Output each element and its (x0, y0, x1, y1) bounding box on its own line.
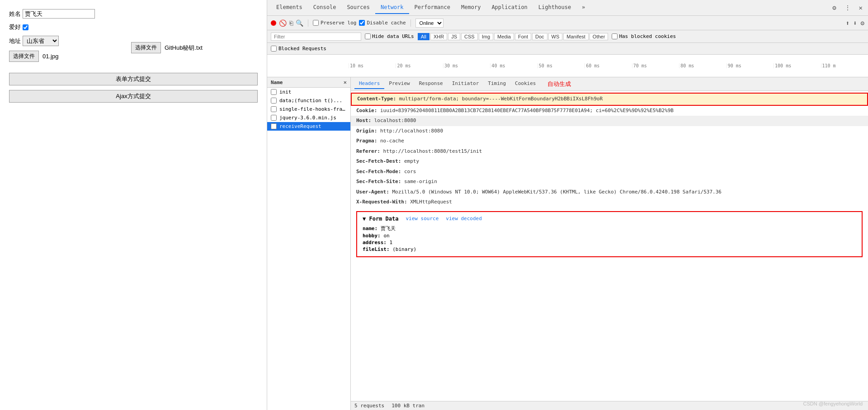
tl-10: 10 ms (349, 63, 396, 68)
hide-data-label[interactable]: Hide data URLs (365, 33, 414, 39)
tl-20: 20 ms (396, 63, 443, 68)
header-pragma: Pragma: no-cache (351, 136, 868, 146)
hide-data-checkbox[interactable] (365, 33, 371, 39)
close-icon[interactable]: ✕ (857, 3, 864, 12)
disable-cache-label[interactable]: Disable cache (359, 20, 406, 26)
view-decoded-link[interactable]: view decoded (446, 216, 481, 221)
throttle-select[interactable]: Online (415, 19, 443, 28)
record-icon[interactable] (271, 20, 276, 26)
fd-hobby: hobby: on (363, 232, 856, 239)
tl-90: 90 ms (726, 63, 774, 68)
request-item-receive[interactable]: receiveRequest (267, 122, 350, 131)
filter-xhr[interactable]: XHR (430, 33, 447, 40)
toolbar-right: ⬆ ⬇ ⚙ (846, 19, 864, 27)
export-icon[interactable]: ⬇ (853, 19, 857, 27)
hobby-checkbox[interactable] (23, 24, 28, 30)
request-item-jquery[interactable]: jquery-3.6.0.min.js (267, 113, 350, 122)
filter-all[interactable]: All (418, 33, 429, 40)
view-source-link[interactable]: view source (406, 216, 439, 221)
filter-img[interactable]: Img (479, 33, 493, 40)
subtab-cookies[interactable]: Cookies (510, 79, 540, 89)
more-icon[interactable]: ⋮ (843, 3, 853, 12)
submit-ajax-button[interactable]: Ajax方式提交 (9, 90, 258, 103)
tab-console[interactable]: Console (308, 1, 342, 14)
filter-css[interactable]: CSS (461, 33, 478, 40)
requests-list: init data;(function t()... single-file-h… (267, 88, 350, 410)
headers-content: Content-Type: multipart/form-data; bound… (351, 91, 868, 401)
tab-more[interactable]: » (576, 1, 590, 14)
tl-50: 50 ms (538, 63, 585, 68)
tl-70: 70 ms (632, 63, 679, 68)
file2-row: 选择文件 GitHub秘钥.txt (131, 42, 203, 53)
header-sec-dest: Sec-Fetch-Dest: empty (351, 156, 868, 167)
submit-form-button[interactable]: 表单方式提交 (9, 73, 258, 85)
preserve-log-label[interactable]: Preserve log (313, 20, 356, 26)
sub-tabs: Headers Preview Response Initiator Timin… (351, 77, 868, 91)
request-item-data[interactable]: data;(function t()... (267, 96, 350, 105)
filter-icon[interactable]: ⎗ (289, 19, 293, 27)
blocked-checkbox[interactable] (271, 46, 277, 52)
timeline-area: 10 ms 20 ms 30 ms 40 ms 50 ms 60 ms 70 m… (267, 55, 868, 77)
stop-icon[interactable]: 🚫 (279, 19, 287, 27)
filter-js[interactable]: JS (448, 33, 460, 40)
name-input[interactable] (23, 9, 95, 19)
subtab-response[interactable]: Response (415, 79, 448, 89)
request-name-jquery: jquery-3.6.0.min.js (279, 115, 336, 121)
tab-network[interactable]: Network (375, 1, 409, 14)
tl-110: 110 m (821, 63, 868, 68)
tab-elements[interactable]: Elements (271, 1, 308, 14)
filter-types: All XHR JS CSS Img Media Font Doc WS Man… (418, 33, 609, 40)
request-checkbox-data[interactable] (271, 98, 277, 104)
request-item-hooks[interactable]: single-file-hooks-fra... (267, 105, 350, 113)
header-cookie: Cookie: iuuid=83979620480811EBB0A2BB13CB… (351, 106, 868, 116)
tab-application[interactable]: Application (486, 1, 533, 14)
request-checkbox-jquery[interactable] (271, 115, 277, 121)
tab-memory[interactable]: Memory (456, 1, 486, 14)
hobby-row: 爱好 (9, 23, 258, 31)
tl-80: 80 ms (679, 63, 726, 68)
form-data-title: ▼ Form Data (363, 216, 398, 222)
form-data-section: ▼ Form Data view source view decoded nam… (356, 211, 863, 257)
filter-other[interactable]: Other (590, 33, 609, 40)
preserve-log-checkbox[interactable] (313, 20, 319, 26)
has-blocked-checkbox[interactable] (612, 33, 618, 39)
settings-icon[interactable]: ⚙ (830, 3, 838, 12)
filter-media[interactable]: Media (494, 33, 514, 40)
form-panel: 姓名 爱好 地址 山东省 选择文件 01.jpg 表单方式提交 Ajax方式提交 (0, 0, 267, 410)
blocked-row: Blocked Requests (267, 43, 868, 55)
subtab-headers[interactable]: Headers (354, 79, 384, 89)
tab-icons: ⚙ ⋮ ✕ (830, 3, 864, 12)
import-icon[interactable]: ⬆ (846, 19, 849, 27)
request-name-hooks: single-file-hooks-fra... (279, 106, 347, 112)
tab-sources[interactable]: Sources (341, 1, 375, 14)
disable-cache-checkbox[interactable] (359, 20, 365, 26)
has-blocked-label[interactable]: Has blocked cookies (612, 33, 676, 39)
tl-30: 30 ms (443, 63, 490, 68)
name-label: 姓名 (9, 10, 21, 18)
subtab-initiator[interactable]: Initiator (448, 79, 484, 89)
filter-doc[interactable]: Doc (532, 33, 547, 40)
tab-lighthouse[interactable]: Lighthouse (533, 1, 576, 14)
filter-font[interactable]: Font (515, 33, 531, 40)
fd-filelist: fileList: (binary) (363, 246, 856, 253)
filter-manifest[interactable]: Manifest (563, 33, 589, 40)
requests-header: Name ✕ (267, 77, 350, 88)
request-checkbox-init[interactable] (271, 89, 277, 95)
separator1 (308, 19, 308, 27)
file2-button[interactable]: 选择文件 (131, 42, 161, 53)
file1-button[interactable]: 选择文件 (9, 51, 39, 62)
filter-input[interactable] (271, 33, 361, 41)
address-select[interactable]: 山东省 (23, 36, 59, 46)
filter-ws[interactable]: WS (548, 33, 563, 40)
settings-icon2[interactable]: ⚙ (861, 19, 864, 27)
subtab-preview[interactable]: Preview (384, 79, 414, 89)
request-item-init[interactable]: init (267, 88, 350, 96)
blocked-label[interactable]: Blocked Requests (271, 46, 326, 52)
request-checkbox-receive[interactable] (271, 123, 277, 129)
tab-performance[interactable]: Performance (409, 1, 456, 14)
close-detail-btn[interactable]: ✕ (344, 79, 347, 85)
subtab-timing[interactable]: Timing (483, 79, 510, 89)
request-checkbox-hooks[interactable] (271, 106, 277, 112)
search-icon[interactable]: 🔍 (296, 19, 303, 27)
address-label: 地址 (9, 37, 21, 45)
